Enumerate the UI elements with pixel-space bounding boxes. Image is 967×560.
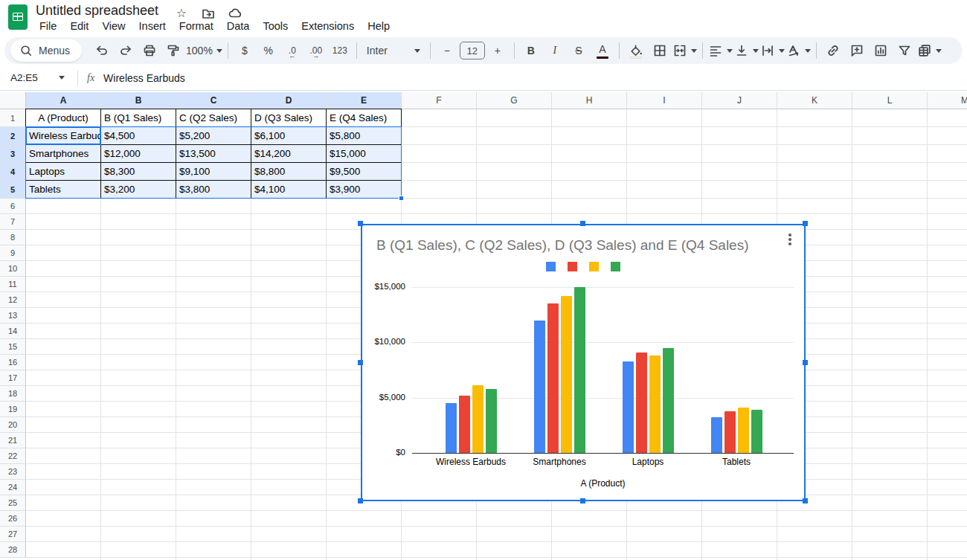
row-header-17[interactable]: 17 <box>0 370 26 386</box>
create-filter-button[interactable] <box>893 40 916 61</box>
format-currency-button[interactable]: $ <box>234 40 256 61</box>
text-rotation-button[interactable] <box>786 40 811 61</box>
cell-C1[interactable]: C (Q2 Sales) <box>176 109 251 127</box>
text-wrapping-button[interactable] <box>760 40 785 61</box>
row-header-9[interactable]: 9 <box>0 245 26 261</box>
undo-button[interactable] <box>91 40 113 61</box>
embedded-chart[interactable]: B (Q1 Sales), C (Q2 Sales), D (Q3 Sales)… <box>361 224 806 501</box>
menu-view[interactable]: View <box>95 19 132 33</box>
paint-format-button[interactable] <box>162 40 184 61</box>
menu-edit[interactable]: Edit <box>63 19 95 33</box>
cell-D5[interactable]: $4,100 <box>251 181 327 199</box>
row-header-25[interactable]: 25 <box>0 495 26 511</box>
row-header-5[interactable]: 5 <box>0 181 26 199</box>
row-header-20[interactable]: 20 <box>0 417 26 433</box>
row-header-28[interactable]: 28 <box>0 542 26 558</box>
select-all-corner[interactable] <box>0 92 26 109</box>
cell-B5[interactable]: $3,200 <box>101 181 176 199</box>
cell-D2[interactable]: $6,100 <box>251 127 327 145</box>
row-header-27[interactable]: 27 <box>0 527 26 542</box>
decrease-font-size-button[interactable]: − <box>436 40 458 61</box>
row-header-24[interactable]: 24 <box>0 480 26 495</box>
column-header-k[interactable]: K <box>777 92 852 109</box>
table-views-button[interactable] <box>917 40 942 61</box>
chart-resize-handle[interactable] <box>358 221 363 226</box>
menu-file[interactable]: File <box>33 19 63 33</box>
row-header-26[interactable]: 26 <box>0 511 26 527</box>
cell-A1[interactable]: A (Product) <box>26 109 101 127</box>
fill-color-button[interactable] <box>625 40 647 61</box>
row-header-23[interactable]: 23 <box>0 464 26 480</box>
menu-tools[interactable]: Tools <box>256 19 295 33</box>
cell-E3[interactable]: $15,000 <box>327 145 402 163</box>
row-header-3[interactable]: 3 <box>0 145 26 163</box>
column-header-h[interactable]: H <box>552 92 627 109</box>
column-header-g[interactable]: G <box>477 92 552 109</box>
more-formats-button[interactable]: 123 <box>329 40 351 61</box>
increase-decimals-button[interactable]: .00→ <box>305 40 327 61</box>
cell-C5[interactable]: $3,800 <box>176 181 251 199</box>
insert-link-button[interactable] <box>822 40 844 61</box>
column-header-i[interactable]: I <box>627 92 702 109</box>
row-header-4[interactable]: 4 <box>0 163 26 181</box>
row-header-16[interactable]: 16 <box>0 355 26 370</box>
row-header-13[interactable]: 13 <box>0 308 26 324</box>
cell-E5[interactable]: $3,900 <box>327 181 402 199</box>
sheets-logo-icon[interactable] <box>8 4 28 30</box>
column-header-c[interactable]: C <box>176 92 251 109</box>
cell-E2[interactable]: $5,800 <box>327 127 402 145</box>
cell-D4[interactable]: $8,800 <box>251 163 327 181</box>
row-header-21[interactable]: 21 <box>0 433 26 448</box>
zoom-select[interactable]: 100% <box>186 40 222 61</box>
row-header-22[interactable]: 22 <box>0 448 26 464</box>
row-header-10[interactable]: 10 <box>0 261 26 277</box>
decrease-decimals-button[interactable]: .0← <box>281 40 303 61</box>
cell-C2[interactable]: $5,200 <box>176 127 251 145</box>
cell-B3[interactable]: $12,000 <box>101 145 176 163</box>
cell-E1[interactable]: E (Q4 Sales) <box>327 109 402 127</box>
format-percent-button[interactable]: % <box>257 40 280 61</box>
chart-resize-handle[interactable] <box>358 498 363 503</box>
menu-data[interactable]: Data <box>220 19 257 33</box>
borders-button[interactable] <box>649 40 671 61</box>
redo-button[interactable] <box>115 40 137 61</box>
chart-resize-handle[interactable] <box>803 221 808 226</box>
document-title[interactable]: Untitled spreadsheet <box>36 3 158 19</box>
formula-input[interactable]: Wireless Earbuds <box>103 72 185 84</box>
cell-C3[interactable]: $13,500 <box>176 145 251 163</box>
cell-B4[interactable]: $8,300 <box>101 163 176 181</box>
row-header-19[interactable]: 19 <box>0 402 26 417</box>
strikethrough-button[interactable]: S <box>568 40 590 61</box>
star-icon[interactable]: ☆ <box>174 6 189 21</box>
column-header-m[interactable]: M <box>928 92 967 109</box>
cell-A3[interactable]: Smartphones <box>26 145 101 163</box>
menu-help[interactable]: Help <box>361 19 396 33</box>
chart-options-menu[interactable] <box>785 231 795 248</box>
print-button[interactable] <box>138 40 161 61</box>
move-folder-icon[interactable] <box>201 6 216 21</box>
column-header-a[interactable]: A <box>26 92 101 109</box>
row-header-8[interactable]: 8 <box>0 230 26 245</box>
cell-A5[interactable]: Tablets <box>26 181 101 199</box>
row-header-15[interactable]: 15 <box>0 339 26 355</box>
bold-button[interactable]: B <box>520 40 542 61</box>
chart-resize-handle[interactable] <box>358 360 363 365</box>
chart-resize-handle[interactable] <box>803 360 808 365</box>
column-header-j[interactable]: J <box>702 92 777 109</box>
cloud-status-icon[interactable] <box>228 6 242 21</box>
row-header-1[interactable]: 1 <box>0 109 26 127</box>
cell-D1[interactable]: D (Q3 Sales) <box>251 109 327 127</box>
name-box[interactable]: A2:E5 <box>0 72 71 83</box>
menus-search-button[interactable]: Menus <box>10 39 82 62</box>
column-header-d[interactable]: D <box>251 92 327 109</box>
column-header-e[interactable]: E <box>327 92 402 109</box>
chart-resize-handle[interactable] <box>803 498 808 503</box>
vertical-align-button[interactable] <box>734 40 759 61</box>
row-header-6[interactable]: 6 <box>0 199 26 214</box>
menu-extensions[interactable]: Extensions <box>295 19 361 33</box>
italic-button[interactable]: I <box>544 40 566 61</box>
column-header-b[interactable]: B <box>101 92 176 109</box>
row-header-7[interactable]: 7 <box>0 214 26 230</box>
row-header-14[interactable]: 14 <box>0 324 26 339</box>
cell-B2[interactable]: $4,500 <box>101 127 176 145</box>
